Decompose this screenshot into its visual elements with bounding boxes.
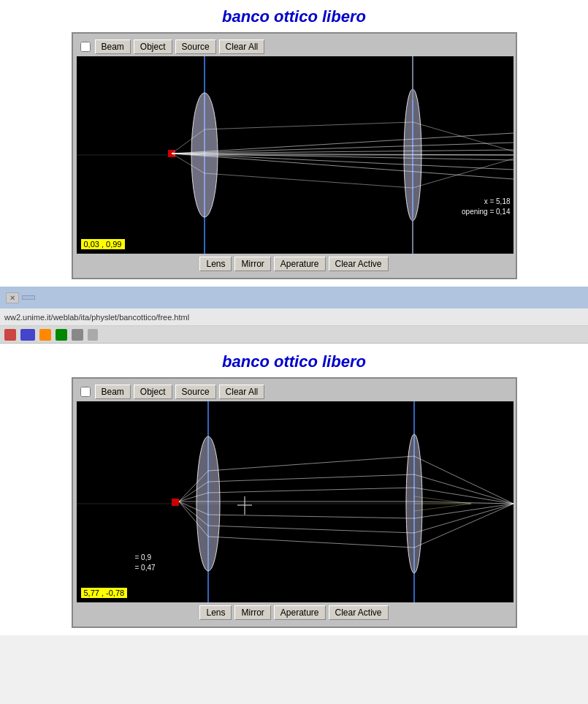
bookmark-icon-6[interactable] — [88, 329, 98, 341]
bookmark-icon-5[interactable] — [72, 329, 83, 341]
info-label-2: = 0,9 = 0,47 — [135, 553, 156, 573]
clear-all-button-2[interactable]: Clear All — [219, 385, 265, 399]
info-x-1: x = 5,18 — [484, 197, 511, 205]
clear-active-button-2[interactable]: Clear Active — [329, 605, 389, 620]
svg-line-52 — [414, 504, 513, 533]
close-tab-button[interactable]: ✕ — [6, 292, 19, 303]
svg-line-43 — [414, 488, 513, 504]
bottom-toolbar-1: Lens Mirror Aperature Clear Active — [77, 254, 512, 274]
bottom-toolbar-2: Lens Mirror Aperature Clear Active — [77, 602, 512, 623]
optical-diagram-1 — [77, 56, 513, 254]
svg-line-39 — [208, 474, 414, 482]
svg-line-13 — [172, 154, 513, 170]
section-1: banco ottico libero Beam Object Source C… — [0, 0, 588, 287]
toolbar-1: Beam Object Source Clear All — [77, 37, 512, 56]
bookmark-icon-2[interactable] — [20, 329, 35, 341]
source-button-1[interactable]: Source — [175, 39, 216, 54]
bookmarks-row — [0, 326, 588, 344]
svg-rect-32 — [172, 499, 179, 506]
clear-all-button-1[interactable]: Clear All — [219, 39, 265, 54]
info-line2-2: = 0,47 — [135, 564, 156, 572]
beam-checkbox-2[interactable] — [80, 387, 91, 397]
object-button-2[interactable]: Object — [134, 385, 172, 399]
mirror-button-1[interactable]: Mirror — [234, 257, 270, 271]
svg-line-40 — [414, 474, 513, 504]
address-bar: ww2.unime.it/weblab/ita/physlet/bancotti… — [0, 309, 588, 326]
url-text: ww2.unime.it/weblab/ita/physlet/bancotti… — [4, 313, 189, 322]
aperature-button-1[interactable]: Aperature — [274, 257, 326, 271]
toolbar-2: Beam Object Source Clear All — [77, 382, 512, 401]
bookmark-icon-1[interactable] — [4, 329, 16, 341]
svg-point-30 — [196, 436, 220, 571]
page-title-1: banco ottico libero — [222, 7, 366, 26]
beam-checkbox-1[interactable] — [80, 42, 91, 52]
svg-line-42 — [208, 488, 414, 493]
bookmark-icon-4[interactable] — [56, 329, 67, 341]
aperature-button-2[interactable]: Aperature — [274, 605, 326, 620]
beam-button-1[interactable]: Beam — [95, 39, 131, 54]
section-2: banco ottico libero Beam Object Source C… — [0, 344, 588, 635]
clear-active-button-1[interactable]: Clear Active — [329, 257, 389, 271]
page-title-2: banco ottico libero — [222, 352, 366, 371]
canvas-1[interactable]: 0,03 , 0,99 x = 5,18 opening = 0,14 — [77, 56, 513, 254]
source-button-2[interactable]: Source — [175, 385, 216, 399]
info-label-1: x = 5,18 opening = 0,14 — [462, 197, 510, 217]
object-button-1[interactable]: Object — [134, 39, 172, 54]
lens-button-2[interactable]: Lens — [199, 605, 232, 620]
svg-line-54 — [208, 537, 414, 548]
svg-line-14 — [172, 154, 513, 179]
svg-line-56 — [414, 496, 471, 504]
mirror-button-2[interactable]: Mirror — [234, 605, 270, 620]
svg-line-49 — [414, 504, 513, 518]
browser-tab[interactable] — [22, 295, 35, 300]
applet-1: Beam Object Source Clear All — [72, 32, 517, 279]
browser-chrome: ✕ — [0, 287, 588, 309]
bookmark-icon-3[interactable] — [39, 329, 51, 341]
svg-line-48 — [208, 515, 414, 518]
canvas-2[interactable]: 5,77 , -0,78 = 0,9 = 0,47 — [77, 401, 513, 602]
svg-line-36 — [208, 456, 414, 471]
coord-label-2: 5,77 , -0,78 — [81, 588, 128, 598]
beam-button-2[interactable]: Beam — [95, 385, 131, 399]
info-opening-1: opening = 0,14 — [462, 208, 510, 216]
svg-line-58 — [414, 504, 471, 511]
svg-line-16 — [205, 122, 413, 129]
coord-label-1: 0,03 , 0,99 — [81, 239, 125, 249]
applet-2: Beam Object Source Clear All — [72, 377, 517, 628]
svg-line-51 — [208, 526, 414, 533]
svg-line-37 — [414, 456, 513, 504]
lens-button-1[interactable]: Lens — [199, 257, 232, 271]
info-line1-2: = 0,9 — [135, 553, 152, 561]
svg-line-55 — [414, 504, 513, 548]
svg-line-19 — [205, 173, 413, 188]
